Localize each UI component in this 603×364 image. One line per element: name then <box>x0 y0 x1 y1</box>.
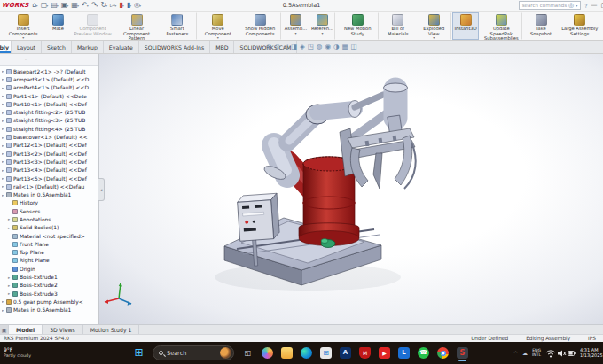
edge-icon[interactable] <box>301 347 312 359</box>
section-view-icon[interactable]: ◨ <box>291 43 297 51</box>
section-icon[interactable]: ▮ ▾ <box>127 1 131 10</box>
wifi-icon[interactable] <box>546 350 555 357</box>
ribbon-button[interactable]: Show Hidden Components ▾ <box>239 12 281 40</box>
tree-item[interactable]: ▸ Right Plane <box>2 257 98 265</box>
ribbon-button[interactable]: Assemb... ▾ <box>282 12 309 40</box>
chevron-down-icon[interactable]: ▾ <box>576 4 577 8</box>
onedrive-cloud-icon[interactable]: ☁ <box>522 350 528 356</box>
appearance-icon[interactable]: ▮ ▾ <box>119 1 123 10</box>
view-settings-icon[interactable]: ◫ <box>351 43 357 51</box>
document-tab[interactable]: 3D Views <box>43 325 83 334</box>
chrome-icon[interactable] <box>437 347 449 359</box>
unit-system-label[interactable]: IPS <box>588 336 596 341</box>
help-icon[interactable]: ? <box>584 3 587 9</box>
undo-icon[interactable]: ↶ ▾ <box>82 1 89 10</box>
tree-item[interactable]: ▸ Annotations <box>2 215 98 223</box>
ribbon-button[interactable]: Mate ▾ <box>44 12 71 40</box>
ribbon-button[interactable]: New Motion Study ▾ <box>336 12 379 40</box>
document-tab[interactable]: Motion Study 1 <box>83 325 140 334</box>
options-gear-icon[interactable]: ◎ ▾ <box>134 1 141 10</box>
tree-item[interactable]: ▸ Solid Bodies(1) <box>2 224 98 232</box>
chevron-down-icon[interactable]: ▾ <box>22 36 24 39</box>
document-tab[interactable]: Model <box>9 325 43 334</box>
save-icon[interactable]: ▣ ▾ <box>61 1 69 10</box>
ribbon-button[interactable]: Update SpeedPak Subassemblies ▾ <box>480 12 522 40</box>
edit-appearance-icon[interactable]: ◑ <box>333 43 340 51</box>
task-view-icon[interactable]: ◱ <box>242 347 254 359</box>
select-tool-icon[interactable]: ▻ ▾ <box>110 1 116 10</box>
chevron-down-icon[interactable]: ▾ <box>321 32 323 35</box>
start-button[interactable]: ⊞ <box>133 347 145 359</box>
tree-item[interactable]: ▸ Part10<1> (Default) <<Def <box>2 100 98 108</box>
ribbon-tab[interactable]: Evaluate <box>104 41 139 53</box>
ribbon-button[interactable]: Insert Components ▾ <box>2 12 44 40</box>
language-indicator[interactable]: ENG INTL <box>532 349 541 358</box>
app-l-icon[interactable]: L <box>398 347 410 359</box>
tree-item[interactable]: ▸ armPart4<1> (Default) <<D <box>2 84 98 92</box>
search-icon[interactable]: ◎ <box>568 2 574 9</box>
dynamic-annotation-icon[interactable]: ◈ <box>300 43 305 51</box>
ribbon-button[interactable]: Take Snapshot ▾ <box>523 12 558 40</box>
tree-item[interactable]: ▸ Origin <box>2 265 98 273</box>
chevron-down-icon[interactable]: ▾ <box>217 36 219 39</box>
tree-item[interactable]: ▸ Mates in 0.5Asembla1 <box>2 306 98 314</box>
tree-item[interactable]: ▸ straight fitting<2> (25 TUB <box>2 108 98 116</box>
ribbon-button[interactable]: Referen... ▾ <box>309 12 335 40</box>
tree-item[interactable]: ▸ Part13<3> (Default) <<Def <box>2 158 98 166</box>
ribbon-button[interactable]: Instant3D ▾ <box>452 12 479 40</box>
tree-item[interactable]: ▸ straight fitting<4> (25 TUB <box>2 125 98 133</box>
taskbar-clock[interactable]: 4:31 AM 1/13/2025 <box>580 348 603 359</box>
ribbon-button[interactable]: Large Assembly Settings ▾ <box>559 12 601 40</box>
hide-show-items-icon[interactable]: ◉ <box>325 43 331 51</box>
ribbon-button[interactable]: Linear Component Pattern ▾ <box>115 12 158 40</box>
tree-item[interactable]: ▸ History <box>2 199 98 207</box>
ribbon-button[interactable]: Component Preview Window ▾ <box>71 12 114 40</box>
zoom-fit-icon[interactable]: ◎ <box>266 43 272 51</box>
battery-icon[interactable] <box>568 351 576 355</box>
file-explorer-icon[interactable] <box>281 347 293 359</box>
tree-item[interactable]: ▸ Mates in 0.5Asembla1 <box>2 190 98 198</box>
ribbon-button[interactable]: Move Component ▾ <box>198 12 239 40</box>
print-icon[interactable]: ▦ ▾ <box>71 1 79 10</box>
tree-item[interactable]: ▸ Part12<1> (Default) <<Def <box>2 142 98 150</box>
youtube-icon[interactable]: ▶ <box>379 347 390 359</box>
home-icon[interactable]: ⌂ ▾ <box>33 1 38 10</box>
volume-icon[interactable] <box>558 350 566 356</box>
mcafee-icon[interactable]: M <box>359 347 371 359</box>
copilot-icon[interactable] <box>262 347 273 359</box>
tree-item[interactable]: ▸ Basepart2<1> ->? (Default <box>2 67 98 75</box>
tree-item[interactable]: ▸ Top Plane <box>2 249 98 257</box>
tree-item[interactable]: ▸ Boss-Extrude2 <box>2 282 98 290</box>
zoom-area-icon[interactable]: ◎ <box>275 43 281 51</box>
solidworks-icon[interactable]: S <box>457 347 468 359</box>
ribbon-button[interactable]: Exploded View ▾ <box>416 12 451 40</box>
taskbar-search[interactable]: Search <box>153 345 234 360</box>
ribbon-tab[interactable]: Assembly <box>0 41 12 53</box>
previous-view-icon[interactable]: ◁ <box>283 43 288 51</box>
tree-item[interactable]: ▸ rail<1> (Default) <<Defau <box>2 182 98 190</box>
search-commands-box[interactable]: search commands ◎ ▾ <box>519 1 581 10</box>
ribbon-tab[interactable]: SOLIDWORKS Add-Ins <box>139 41 210 53</box>
apply-scene-icon[interactable]: ▦ <box>341 43 348 51</box>
tree-item[interactable]: ▸ Part13<2> (Default) <<Def <box>2 150 98 158</box>
minimize-button[interactable]: — <box>591 2 597 9</box>
tray-status-icons[interactable] <box>545 348 576 359</box>
tree-item[interactable]: ▸ 0.5 gear pump Assembly< <box>2 298 98 306</box>
more-tabs-icon[interactable]: ·· <box>25 57 27 62</box>
whatsapp-icon[interactable]: ☎ <box>418 347 429 359</box>
view-orientation-icon[interactable]: ◳ <box>308 43 314 51</box>
ribbon-button[interactable]: Bill of Materials ▾ <box>380 12 416 40</box>
chevron-down-icon[interactable]: ▾ <box>433 36 435 39</box>
new-document-icon[interactable]: ▢ ▾ <box>41 1 49 10</box>
ribbon-button[interactable]: Smart Fasteners ▾ <box>158 12 196 40</box>
app-a-icon[interactable]: A <box>340 347 351 359</box>
redo-icon[interactable]: ↷ ▾ <box>91 1 98 10</box>
assembly-model[interactable] <box>99 54 603 324</box>
ribbon-tab[interactable]: MBD <box>210 41 234 53</box>
tree-item[interactable]: ▸ Boss-Extrude1 <box>2 273 98 281</box>
tree-item[interactable]: ▸ Part1<1> (Default) <<Dete <box>2 92 98 100</box>
rebuild-icon[interactable]: ↻ ▾ <box>100 1 107 10</box>
open-icon[interactable]: ▤ ▾ <box>51 1 59 10</box>
tree-item[interactable]: ▸ straight fitting<3> (25 TUB <box>2 117 98 125</box>
tree-item[interactable]: ▸ armpart3<1> (Default) <<D <box>2 75 98 83</box>
